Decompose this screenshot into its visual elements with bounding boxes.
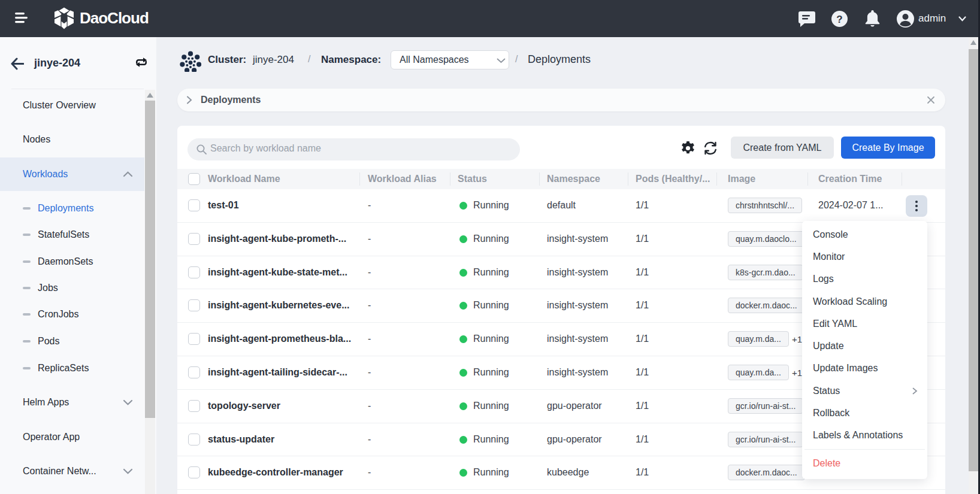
svg-text:?: ? bbox=[836, 14, 842, 25]
